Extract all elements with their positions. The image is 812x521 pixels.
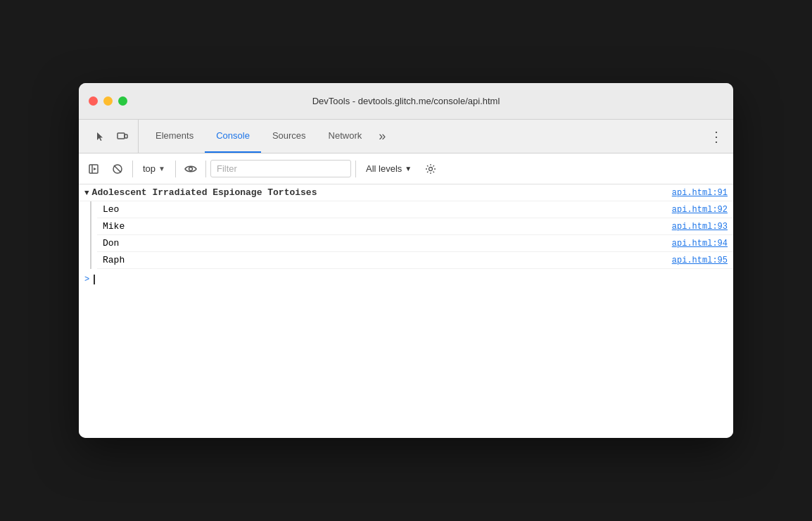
filter-input[interactable] bbox=[210, 160, 351, 177]
device-icon-button[interactable] bbox=[113, 127, 132, 146]
table-row: Leo api.html:92 bbox=[97, 201, 733, 218]
console-group-row: ▼ Adolescent Irradiated Espionage Tortoi… bbox=[79, 184, 733, 201]
group-source-link[interactable]: api.html:91 bbox=[672, 188, 728, 198]
tab-elements[interactable]: Elements bbox=[144, 120, 205, 153]
svg-marker-4 bbox=[94, 168, 96, 170]
close-button[interactable] bbox=[89, 96, 98, 106]
console-toolbar: top ▼ All levels ▼ bbox=[79, 153, 733, 184]
eye-button[interactable] bbox=[180, 158, 201, 180]
svg-point-8 bbox=[429, 167, 433, 170]
tab-menu: ⋮ bbox=[705, 120, 728, 153]
maximize-button[interactable] bbox=[118, 96, 127, 106]
expand-arrow-icon[interactable]: ▼ bbox=[84, 189, 89, 197]
tab-console[interactable]: Console bbox=[205, 120, 261, 153]
devtools-window: DevTools - devtools.glitch.me/console/ap… bbox=[79, 83, 733, 438]
menu-button[interactable]: ⋮ bbox=[705, 125, 728, 148]
table-row: Don api.html:94 bbox=[97, 235, 733, 252]
prompt-chevron-icon: > bbox=[84, 275, 89, 284]
window-title: DevTools - devtools.glitch.me/console/ap… bbox=[312, 96, 500, 106]
child-group: Leo api.html:92 Mike api.html:93 Don api… bbox=[79, 201, 733, 269]
children-list: Leo api.html:92 Mike api.html:93 Don api… bbox=[97, 201, 733, 269]
indent-bar bbox=[90, 201, 91, 269]
titlebar: DevTools - devtools.glitch.me/console/ap… bbox=[79, 83, 733, 120]
tab-network[interactable]: Network bbox=[317, 120, 374, 153]
cursor-icon-button[interactable] bbox=[90, 127, 110, 146]
tab-sources[interactable]: Sources bbox=[261, 120, 317, 153]
child-value-raph: Raph bbox=[103, 255, 125, 265]
child-source-leo[interactable]: api.html:92 bbox=[672, 205, 728, 215]
console-prompt-row[interactable]: > bbox=[79, 269, 733, 290]
console-output: ▼ Adolescent Irradiated Espionage Tortoi… bbox=[79, 184, 733, 438]
chevron-down-icon: ▼ bbox=[158, 165, 165, 172]
divider-1 bbox=[132, 161, 133, 177]
child-source-raph[interactable]: api.html:95 bbox=[672, 256, 728, 265]
child-value-leo: Leo bbox=[103, 204, 119, 215]
minimize-button[interactable] bbox=[103, 96, 113, 106]
clear-console-button[interactable] bbox=[107, 158, 128, 180]
window-controls bbox=[89, 96, 127, 106]
child-value-mike: Mike bbox=[103, 221, 125, 232]
settings-button[interactable] bbox=[420, 158, 441, 180]
divider-2 bbox=[175, 161, 176, 177]
prompt-cursor bbox=[94, 275, 95, 284]
tab-icon-group bbox=[84, 120, 139, 153]
svg-rect-1 bbox=[125, 134, 127, 138]
tabs-bar: Elements Console Sources Network » ⋮ bbox=[79, 120, 733, 153]
child-source-mike[interactable]: api.html:93 bbox=[672, 222, 728, 232]
divider-3 bbox=[205, 161, 206, 177]
context-selector[interactable]: top ▼ bbox=[137, 163, 171, 174]
group-label: Adolescent Irradiated Espionage Tortoise… bbox=[92, 187, 672, 198]
more-tabs-button[interactable]: » bbox=[373, 120, 391, 153]
child-source-don[interactable]: api.html:94 bbox=[672, 239, 728, 249]
divider-4 bbox=[355, 161, 356, 177]
levels-selector[interactable]: All levels ▼ bbox=[360, 163, 417, 174]
svg-point-7 bbox=[189, 167, 192, 170]
svg-rect-0 bbox=[118, 133, 125, 139]
sidebar-toggle-button[interactable] bbox=[83, 158, 104, 180]
table-row: Mike api.html:93 bbox=[97, 218, 733, 235]
table-row: Raph api.html:95 bbox=[97, 252, 733, 269]
levels-chevron-icon: ▼ bbox=[405, 165, 412, 172]
child-value-don: Don bbox=[103, 238, 119, 249]
svg-line-6 bbox=[114, 165, 121, 172]
